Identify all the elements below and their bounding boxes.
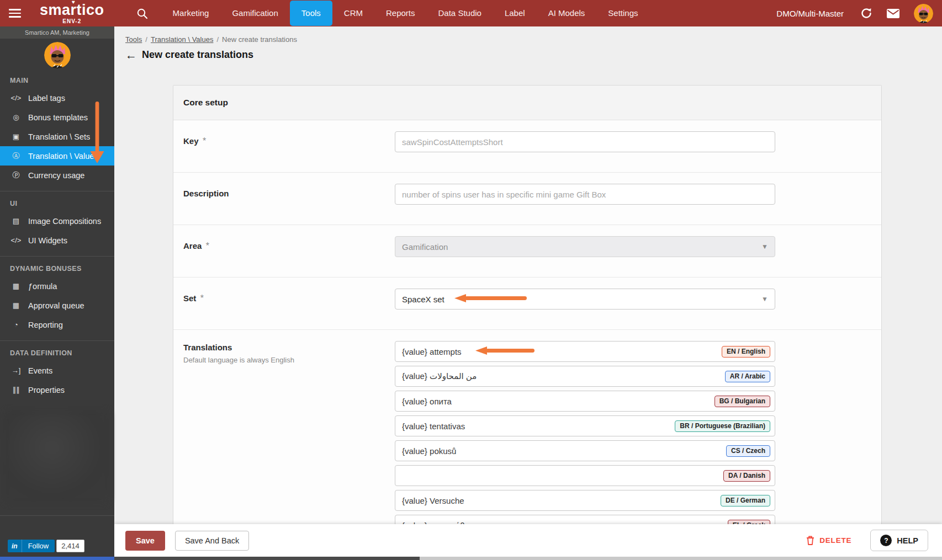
translation-input[interactable]: {value} pokusůCS / Czech [395, 440, 775, 461]
translations-row: Translations Default language is always … [173, 330, 881, 551]
sidebar-item-reporting[interactable]: ◔Reporting [0, 315, 114, 334]
sidebar-item-ormula[interactable]: ▦ƒormula [0, 276, 114, 296]
language-badge: DE / German [721, 495, 770, 506]
code-icon: </> [10, 94, 22, 102]
key-input[interactable] [395, 131, 775, 152]
set-select-value: SpaceX set [402, 295, 444, 304]
chevron-down-icon: ▼ [761, 243, 768, 250]
area-label: Area [183, 241, 202, 250]
back-arrow-icon[interactable]: ← [125, 49, 137, 61]
required-marker: * [203, 136, 206, 146]
sidebar-item-bonus-templates[interactable]: ◎Bonus templates [0, 108, 114, 127]
sidebar-item-label: UI Widgets [28, 236, 67, 245]
enter-icon: →] [10, 366, 22, 375]
linkedin-follow-button[interactable]: Follow [22, 540, 55, 552]
required-marker: * [206, 241, 209, 250]
breadcrumb: Tools/Translation \ Values/New create tr… [114, 26, 942, 44]
pie-icon: ◔ [10, 321, 22, 329]
delete-button[interactable]: DELETE [806, 536, 851, 545]
translation-row-de: {value} VersucheDE / German [395, 490, 775, 511]
save-and-back-button[interactable]: Save And Back [175, 531, 249, 551]
sidebar-item-properties[interactable]: ∥∥Properties [0, 380, 114, 399]
translation-input[interactable]: {value} tentativasBR / Portuguese (Brazi… [395, 415, 775, 436]
sidebar-item-ui-widgets[interactable]: </>UI Widgets [0, 231, 114, 250]
sidebar-item-currency-usage[interactable]: ⓅCurrency usage [0, 166, 114, 185]
bonus-icon: ◎ [10, 113, 22, 121]
nav-item-settings[interactable]: Settings [596, 0, 649, 26]
refresh-icon[interactable] [860, 7, 872, 19]
translation-input[interactable]: DA / Danish [395, 465, 775, 486]
description-input[interactable] [395, 184, 775, 205]
translate-icon: Ⓐ [10, 151, 22, 161]
translation-value: {value} pokusů [402, 446, 722, 456]
translations-label: Translations [183, 343, 395, 352]
breadcrumb-translation-values[interactable]: Translation \ Values [151, 35, 213, 44]
sidebar-item-label: Currency usage [28, 171, 84, 180]
translations-list: {value} attemptsEN / English{value} من ا… [395, 341, 775, 540]
nav-item-data-studio[interactable]: Data Studio [427, 0, 493, 26]
sidebar-section-dynamic-bonuses: DYNAMIC BONUSES [0, 257, 114, 276]
tenant-switcher[interactable]: DMO/Multi-Master [776, 9, 844, 18]
translation-input[interactable]: {value} من المحاولاتAR / Arabic [395, 366, 775, 387]
nav-item-label[interactable]: Label [493, 0, 537, 26]
nav-item-tools[interactable]: Tools [290, 1, 332, 26]
set-label: Set [183, 294, 196, 303]
linkedin-follow-widget[interactable]: in Follow 2,414 [8, 540, 84, 552]
search-icon[interactable] [136, 8, 148, 19]
currency-icon: Ⓟ [10, 170, 22, 180]
sidebar-item-label: Label tags [28, 94, 65, 103]
page-title: New create translations [142, 49, 253, 61]
main-content: Tools/Translation \ Values/New create tr… [114, 26, 942, 560]
blurred-region [3, 410, 111, 504]
annotation-arrow-left [454, 294, 527, 305]
hamburger-menu-icon[interactable] [9, 7, 21, 20]
sidebar-item-events[interactable]: →]Events [0, 361, 114, 380]
translation-value: {value} Versuche [402, 496, 716, 505]
logo-env-label: ENV-2 [40, 19, 104, 24]
description-label: Description [183, 189, 229, 198]
nav-item-marketing[interactable]: Marketing [161, 0, 221, 26]
help-button[interactable]: ? HELP [870, 530, 928, 551]
nav-item-reports[interactable]: Reports [374, 0, 427, 26]
language-badge: DA / Danish [723, 470, 770, 482]
calculator-icon: ▦ [10, 282, 22, 290]
sidebar-item-translation-values[interactable]: ⒶTranslation \ Values [0, 146, 114, 166]
language-badge: CS / Czech [726, 445, 770, 457]
chevron-down-icon: ▼ [761, 295, 768, 303]
breadcrumb-tools[interactable]: Tools [125, 35, 142, 44]
sidebar-item-label-tags[interactable]: </>Label tags [0, 88, 114, 108]
horizontal-scrollbar[interactable] [0, 557, 942, 560]
translation-row-en: {value} attemptsEN / English [395, 341, 775, 362]
nav-item-ai-models[interactable]: AI Models [537, 0, 597, 26]
user-avatar[interactable] [914, 4, 933, 23]
translation-input[interactable]: {value} опитаBG / Bulgarian [395, 391, 775, 412]
nav-item-crm[interactable]: CRM [332, 0, 374, 26]
sidebar-item-translation-sets[interactable]: ▣Translation \ Sets [0, 127, 114, 146]
sidebar-item-image-compositions[interactable]: ▤Image Compositions [0, 211, 114, 231]
logo-heart-icon: ♥ [72, 0, 75, 5]
sidebar-section-ui: UI [0, 191, 114, 211]
trash-icon [806, 536, 814, 545]
translation-input[interactable]: {value} VersucheDE / German [395, 490, 775, 511]
linkedin-icon[interactable]: in [8, 540, 22, 552]
nav-item-gamification[interactable]: Gamification [220, 0, 289, 26]
mail-icon[interactable] [887, 9, 899, 18]
sidebar-user-label: Smartico AM, Marketing [0, 26, 114, 39]
sidebar-item-approval-queue[interactable]: ▦Approval queue [0, 296, 114, 315]
set-row: Set * SpaceX set ▼ [173, 278, 881, 330]
app-logo[interactable]: smartico ♥ ENV-2 [40, 3, 104, 24]
translation-input[interactable]: {value} attemptsEN / English [395, 341, 775, 362]
logo-text: smartico [40, 3, 104, 18]
sidebar-section-main: MAIN [0, 68, 114, 88]
language-badge: AR / Arabic [725, 371, 770, 382]
question-icon: ? [880, 535, 892, 546]
set-select[interactable]: SpaceX set ▼ [395, 289, 775, 310]
language-badge: BR / Portuguese (Brazilian) [675, 420, 770, 432]
area-select: Gamification ▼ [395, 236, 775, 257]
navbar-menu: MarketingGamificationToolsCRMReportsData… [161, 0, 650, 26]
sidebar-avatar[interactable] [44, 42, 71, 68]
sidebar-item-label: Image Compositions [28, 217, 101, 226]
save-button[interactable]: Save [125, 531, 165, 551]
sidebar-item-label: Properties [28, 386, 65, 394]
breadcrumb-new-create-translations: New create translations [222, 35, 297, 44]
